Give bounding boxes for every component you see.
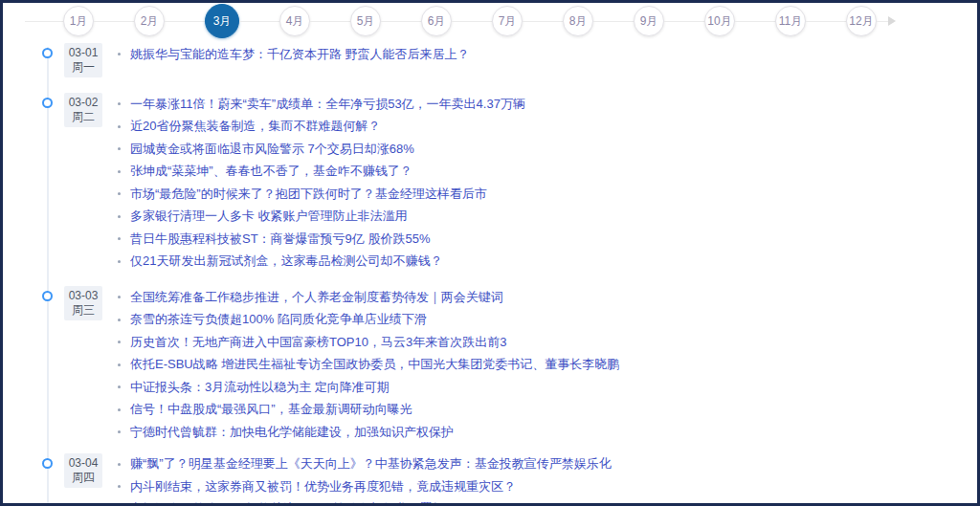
bullet-dot-icon bbox=[118, 408, 121, 411]
news-headline-link[interactable]: 市场“最危险”的时候来了？抱团下跌何时了？基金经理这样看后市 bbox=[130, 186, 487, 203]
news-headline-link[interactable]: 张坤成“菜菜坤”、春春也不香了，基金咋不赚钱了？ bbox=[130, 163, 412, 180]
month-connector-line bbox=[664, 21, 704, 22]
bullet-dot-icon bbox=[118, 102, 121, 105]
day-groups: 03-01周一姚振华与宝能的造车梦：千亿资本开路 野蛮人能否后来居上？03-02… bbox=[3, 43, 977, 506]
month-tab-5[interactable]: 5月 bbox=[350, 6, 381, 36]
news-headline-link[interactable]: 一年暴涨11倍！蔚来“卖车”成绩单：全年净亏损53亿，一年卖出4.37万辆 bbox=[130, 96, 525, 113]
bullet-dot-icon bbox=[118, 485, 121, 488]
date-label: 03-01 bbox=[64, 46, 102, 60]
month-connector-line bbox=[735, 21, 775, 22]
month-connector-line bbox=[310, 21, 350, 22]
month-connector-line bbox=[94, 21, 134, 22]
bullet-dot-icon bbox=[118, 385, 121, 388]
news-headline-link[interactable]: 仅21天研发出新冠试剂盒，这家毒品检测公司却不赚钱？ bbox=[130, 253, 442, 270]
timeline-node-icon bbox=[42, 291, 53, 301]
month-timeline: 1月2月3月4月5月6月7月8月9月10月11月12月 bbox=[3, 3, 977, 39]
month-tab-6[interactable]: 6月 bbox=[421, 6, 452, 36]
bullet-dot-icon bbox=[118, 430, 121, 433]
headline-row: 仅21天研发出新冠试剂盒，这家毒品检测公司却不赚钱？ bbox=[118, 251, 525, 274]
month-connector-line bbox=[806, 21, 846, 22]
month-tab-10[interactable]: 10月 bbox=[704, 6, 735, 36]
bullet-dot-icon bbox=[118, 125, 121, 128]
daily-news-timeline: 03-01周一姚振华与宝能的造车梦：千亿资本开路 野蛮人能否后来居上？03-02… bbox=[3, 39, 977, 506]
news-headline-link[interactable]: 宁德时代曾毓群：加快电化学储能建设，加强知识产权保护 bbox=[130, 424, 454, 441]
bullet-dot-icon bbox=[118, 215, 121, 218]
month-connector-line bbox=[381, 21, 421, 22]
date-badge: 03-01周一 bbox=[64, 43, 102, 77]
headline-list: 赚“飘”了？明星基金经理要上《天天向上》？中基协紧急发声：基金投教宣传严禁娱乐化… bbox=[118, 453, 612, 506]
weekday-label: 周三 bbox=[64, 303, 102, 318]
date-label: 03-02 bbox=[64, 96, 102, 110]
bullet-dot-icon bbox=[118, 363, 121, 366]
month-tab-9[interactable]: 9月 bbox=[634, 6, 664, 36]
headline-row: 市场资金面整体平稳 机构关注两会政策动向与行业配置机会 bbox=[118, 498, 612, 506]
month-tab-8[interactable]: 8月 bbox=[563, 6, 593, 36]
bullet-dot-icon bbox=[118, 260, 121, 263]
news-headline-link[interactable]: 园城黄金或将面临退市风险警示 7个交易日却涨68% bbox=[130, 141, 414, 158]
bullet-dot-icon bbox=[118, 147, 121, 150]
headline-row: 宁德时代曾毓群：加快电化学储能建设，加强知识产权保护 bbox=[118, 421, 619, 444]
headline-row: 赚“飘”了？明星基金经理要上《天天向上》？中基协紧急发声：基金投教宣传严禁娱乐化 bbox=[118, 453, 612, 476]
weekday-label: 周四 bbox=[64, 471, 102, 485]
day-group: 03-03周三全国统筹准备工作稳步推进，个人养老金制度蓄势待发｜两会关键词奈雪的… bbox=[3, 286, 977, 444]
headline-row: 全国统筹准备工作稳步推进，个人养老金制度蓄势待发｜两会关键词 bbox=[118, 286, 619, 309]
news-headline-link[interactable]: 赚“飘”了？明星基金经理要上《天天向上》？中基协紧急发声：基金投教宣传严禁娱乐化 bbox=[130, 455, 612, 473]
day-group: 03-02周二一年暴涨11倍！蔚来“卖车”成绩单：全年净亏损53亿，一年卖出4.… bbox=[3, 93, 977, 273]
news-headline-link[interactable]: 市场资金面整体平稳 机构关注两会政策动向与行业配置机会 bbox=[130, 500, 457, 506]
news-headline-link[interactable]: 近20省份聚焦装备制造，集而不群难题何解？ bbox=[130, 118, 380, 135]
news-headline-link[interactable]: 中证报头条：3月流动性以稳为主 定向降准可期 bbox=[130, 379, 390, 396]
timeline-node-icon bbox=[42, 48, 53, 58]
month-tab-1[interactable]: 1月 bbox=[63, 6, 94, 36]
news-headline-link[interactable]: 昔日牛股惠程科技被ST：商誉爆雷预亏9亿 股价跌55% bbox=[130, 231, 430, 248]
news-headline-link[interactable]: 奈雪的茶连亏负债超100% 陷同质化竞争单店业绩下滑 bbox=[130, 311, 427, 328]
month-connector-line bbox=[25, 21, 63, 22]
day-group: 03-01周一姚振华与宝能的造车梦：千亿资本开路 野蛮人能否后来居上？ bbox=[3, 43, 977, 77]
date-badge: 03-03周三 bbox=[64, 286, 102, 320]
news-headline-link[interactable]: 历史首次！无地产商进入中国富豪榜TOP10，马云3年来首次跌出前3 bbox=[130, 334, 506, 351]
headline-row: 一年暴涨11倍！蔚来“卖车”成绩单：全年净亏损53亿，一年卖出4.37万辆 bbox=[118, 93, 525, 116]
bullet-dot-icon bbox=[118, 53, 121, 55]
month-tab-2[interactable]: 2月 bbox=[134, 6, 165, 36]
bullet-dot-icon bbox=[118, 192, 121, 195]
month-connector-line bbox=[165, 21, 205, 22]
headline-row: 姚振华与宝能的造车梦：千亿资本开路 野蛮人能否后来居上？ bbox=[118, 43, 470, 66]
news-timeline-page: 1月2月3月4月5月6月7月8月9月10月11月12月 03-01周一姚振华与宝… bbox=[0, 0, 980, 506]
month-tab-7[interactable]: 7月 bbox=[492, 6, 523, 36]
headline-row: 园城黄金或将面临退市风险警示 7个交易日却涨68% bbox=[118, 138, 525, 161]
bullet-dot-icon bbox=[118, 237, 121, 240]
date-label: 03-04 bbox=[64, 456, 102, 471]
news-headline-link[interactable]: 依托E-SBU战略 增进民生福祉专访全国政协委员，中国光大集团党委书记、董事长李… bbox=[130, 356, 619, 373]
news-headline-link[interactable]: 信号！中盘股成“最强风口”，基金最新调研动向曝光 bbox=[130, 401, 412, 418]
timeline-right-arrow-icon bbox=[888, 16, 896, 26]
month-connector-line bbox=[593, 21, 634, 22]
bullet-dot-icon bbox=[118, 296, 121, 298]
headline-row: 奈雪的茶连亏负债超100% 陷同质化竞争单店业绩下滑 bbox=[118, 309, 619, 332]
news-headline-link[interactable]: 姚振华与宝能的造车梦：千亿资本开路 野蛮人能否后来居上？ bbox=[130, 46, 470, 63]
headline-row: 市场“最危险”的时候来了？抱团下跌何时了？基金经理这样看后市 bbox=[118, 183, 525, 206]
weekday-label: 周二 bbox=[64, 110, 102, 124]
timeline-node-icon bbox=[42, 98, 53, 108]
bullet-dot-icon bbox=[118, 170, 121, 173]
headline-row: 依托E-SBU战略 增进民生福祉专访全国政协委员，中国光大集团党委书记、董事长李… bbox=[118, 354, 619, 377]
timeline-node-icon bbox=[42, 458, 53, 469]
headline-row: 多家银行清理一人多卡 收紧账户管理防止非法滥用 bbox=[118, 206, 525, 229]
news-headline-link[interactable]: 多家银行清理一人多卡 收紧账户管理防止非法滥用 bbox=[130, 208, 408, 225]
day-group: 03-04周四赚“飘”了？明星基金经理要上《天天向上》？中基协紧急发声：基金投教… bbox=[3, 453, 977, 506]
month-tab-11[interactable]: 11月 bbox=[775, 6, 806, 36]
date-badge: 03-04周四 bbox=[64, 453, 102, 488]
news-headline-link[interactable]: 内斗刚结束，这家券商又被罚！优势业务再度犯错，竟成违规重灾区？ bbox=[130, 478, 516, 495]
month-tab-12[interactable]: 12月 bbox=[846, 6, 877, 36]
month-tab-3-selected[interactable]: 3月 bbox=[205, 4, 239, 38]
headline-list: 全国统筹准备工作稳步推进，个人养老金制度蓄势待发｜两会关键词奈雪的茶连亏负债超1… bbox=[118, 286, 619, 444]
headline-row: 内斗刚结束，这家券商又被罚！优势业务再度犯错，竟成违规重灾区？ bbox=[118, 475, 612, 498]
month-tab-4[interactable]: 4月 bbox=[279, 6, 310, 36]
headline-row: 张坤成“菜菜坤”、春春也不香了，基金咋不赚钱了？ bbox=[118, 161, 525, 184]
date-badge: 03-02周二 bbox=[64, 93, 102, 127]
bullet-dot-icon bbox=[118, 463, 121, 466]
news-headline-link[interactable]: 全国统筹准备工作稳步推进，个人养老金制度蓄势待发｜两会关键词 bbox=[130, 289, 503, 306]
month-connector-line bbox=[452, 21, 492, 22]
headline-row: 昔日牛股惠程科技被ST：商誉爆雷预亏9亿 股价跌55% bbox=[118, 228, 525, 251]
month-connector-line bbox=[239, 21, 279, 22]
bullet-dot-icon bbox=[118, 319, 121, 321]
headline-row: 近20省份聚焦装备制造，集而不群难题何解？ bbox=[118, 116, 525, 139]
